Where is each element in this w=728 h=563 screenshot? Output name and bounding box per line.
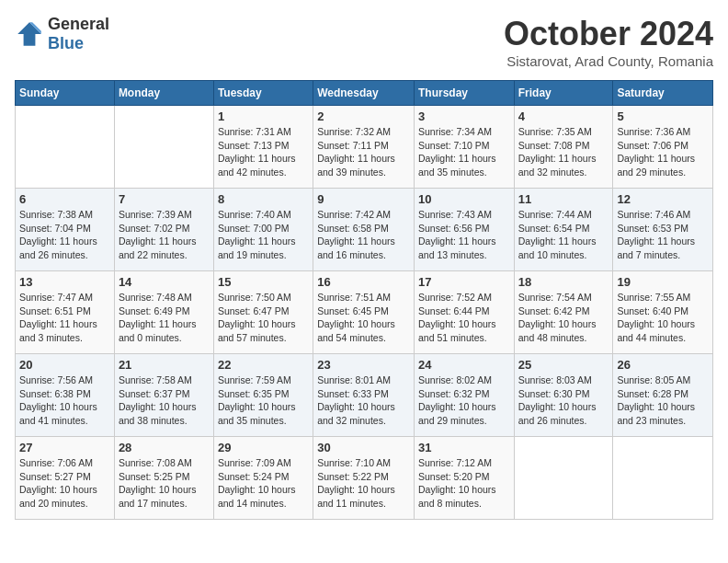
- weekday-header-wednesday: Wednesday: [313, 81, 415, 106]
- day-number: 24: [418, 358, 510, 372]
- day-number: 29: [218, 441, 309, 454]
- day-number: 18: [518, 275, 609, 289]
- day-number: 27: [19, 441, 110, 454]
- day-number: 6: [19, 192, 110, 206]
- calendar-cell: 9Sunrise: 7:42 AM Sunset: 6:58 PM Daylig…: [313, 189, 415, 271]
- calendar-cell: 22Sunrise: 7:59 AM Sunset: 6:35 PM Dayli…: [213, 354, 313, 437]
- day-number: 23: [317, 358, 410, 372]
- calendar-header: SundayMondayTuesdayWednesdayThursdayFrid…: [16, 81, 713, 106]
- day-number: 22: [218, 358, 309, 372]
- calendar-body: 1Sunrise: 7:31 AM Sunset: 7:13 PM Daylig…: [16, 106, 713, 520]
- weekday-header-tuesday: Tuesday: [213, 81, 313, 106]
- day-info: Sunrise: 7:40 AM Sunset: 7:00 PM Dayligh…: [218, 208, 309, 262]
- day-info: Sunrise: 7:44 AM Sunset: 6:54 PM Dayligh…: [518, 208, 609, 262]
- day-number: 9: [317, 192, 410, 206]
- day-number: 31: [418, 441, 510, 454]
- day-info: Sunrise: 7:31 AM Sunset: 7:13 PM Dayligh…: [218, 125, 309, 179]
- day-info: Sunrise: 7:39 AM Sunset: 7:02 PM Dayligh…: [119, 208, 210, 262]
- day-info: Sunrise: 7:42 AM Sunset: 6:58 PM Dayligh…: [317, 208, 410, 262]
- day-info: Sunrise: 7:47 AM Sunset: 6:51 PM Dayligh…: [19, 291, 110, 345]
- calendar-cell: 5Sunrise: 7:36 AM Sunset: 7:06 PM Daylig…: [613, 106, 713, 189]
- calendar-cell: 2Sunrise: 7:32 AM Sunset: 7:11 PM Daylig…: [313, 106, 415, 189]
- day-number: 26: [617, 358, 709, 372]
- calendar-cell: 12Sunrise: 7:46 AM Sunset: 6:53 PM Dayli…: [613, 189, 713, 271]
- day-number: 14: [119, 275, 210, 289]
- day-info: Sunrise: 7:50 AM Sunset: 6:47 PM Dayligh…: [218, 291, 309, 345]
- day-number: 11: [518, 192, 609, 206]
- calendar-week-row: 13Sunrise: 7:47 AM Sunset: 6:51 PM Dayli…: [16, 271, 713, 354]
- calendar-cell: [613, 437, 713, 520]
- day-info: Sunrise: 7:09 AM Sunset: 5:24 PM Dayligh…: [218, 456, 309, 511]
- weekday-header-thursday: Thursday: [414, 81, 514, 106]
- calendar-cell: 29Sunrise: 7:09 AM Sunset: 5:24 PM Dayli…: [213, 437, 313, 520]
- day-info: Sunrise: 7:10 AM Sunset: 5:22 PM Dayligh…: [317, 456, 410, 511]
- day-number: 2: [317, 109, 410, 123]
- day-number: 15: [218, 275, 309, 289]
- calendar-cell: 30Sunrise: 7:10 AM Sunset: 5:22 PM Dayli…: [313, 437, 415, 520]
- logo-blue-text: Blue: [48, 34, 109, 53]
- title-block: October 2024 Sistarovat, Arad County, Ro…: [504, 15, 713, 69]
- calendar-cell: 16Sunrise: 7:51 AM Sunset: 6:45 PM Dayli…: [313, 271, 415, 354]
- day-info: Sunrise: 7:38 AM Sunset: 7:04 PM Dayligh…: [19, 208, 110, 262]
- weekday-header-monday: Monday: [114, 81, 213, 106]
- day-info: Sunrise: 8:01 AM Sunset: 6:33 PM Dayligh…: [317, 373, 410, 428]
- day-info: Sunrise: 8:02 AM Sunset: 6:32 PM Dayligh…: [418, 373, 510, 428]
- day-info: Sunrise: 7:43 AM Sunset: 6:56 PM Dayligh…: [418, 208, 510, 262]
- calendar-cell: 3Sunrise: 7:34 AM Sunset: 7:10 PM Daylig…: [414, 106, 514, 189]
- calendar-cell: 1Sunrise: 7:31 AM Sunset: 7:13 PM Daylig…: [213, 106, 313, 189]
- calendar-cell: 15Sunrise: 7:50 AM Sunset: 6:47 PM Dayli…: [213, 271, 313, 354]
- month-title: October 2024: [504, 15, 713, 53]
- calendar-cell: 27Sunrise: 7:06 AM Sunset: 5:27 PM Dayli…: [16, 437, 115, 520]
- day-info: Sunrise: 7:35 AM Sunset: 7:08 PM Dayligh…: [518, 125, 609, 179]
- calendar-cell: 7Sunrise: 7:39 AM Sunset: 7:02 PM Daylig…: [114, 189, 213, 271]
- day-number: 20: [19, 358, 110, 372]
- logo-text: General Blue: [48, 15, 109, 53]
- calendar-cell: 6Sunrise: 7:38 AM Sunset: 7:04 PM Daylig…: [16, 189, 115, 271]
- location-text: Sistarovat, Arad County, Romania: [504, 53, 713, 69]
- day-info: Sunrise: 7:56 AM Sunset: 6:38 PM Dayligh…: [19, 373, 110, 428]
- calendar-week-row: 6Sunrise: 7:38 AM Sunset: 7:04 PM Daylig…: [16, 189, 713, 271]
- day-number: 3: [418, 109, 510, 123]
- day-number: 19: [617, 275, 709, 289]
- svg-marker-0: [17, 22, 41, 46]
- day-info: Sunrise: 8:05 AM Sunset: 6:28 PM Dayligh…: [617, 373, 709, 428]
- weekday-header-saturday: Saturday: [613, 81, 713, 106]
- day-number: 7: [119, 192, 210, 206]
- calendar-cell: [514, 437, 613, 520]
- day-number: 1: [218, 109, 309, 123]
- day-info: Sunrise: 7:55 AM Sunset: 6:40 PM Dayligh…: [617, 291, 709, 345]
- calendar-table: SundayMondayTuesdayWednesdayThursdayFrid…: [15, 80, 713, 520]
- calendar-cell: 20Sunrise: 7:56 AM Sunset: 6:38 PM Dayli…: [16, 354, 115, 437]
- calendar-week-row: 20Sunrise: 7:56 AM Sunset: 6:38 PM Dayli…: [16, 354, 713, 437]
- day-info: Sunrise: 8:03 AM Sunset: 6:30 PM Dayligh…: [518, 373, 609, 428]
- calendar-cell: 8Sunrise: 7:40 AM Sunset: 7:00 PM Daylig…: [213, 189, 313, 271]
- calendar-cell: [16, 106, 115, 189]
- day-info: Sunrise: 7:54 AM Sunset: 6:42 PM Dayligh…: [518, 291, 609, 345]
- calendar-cell: 28Sunrise: 7:08 AM Sunset: 5:25 PM Dayli…: [114, 437, 213, 520]
- calendar-cell: 26Sunrise: 8:05 AM Sunset: 6:28 PM Dayli…: [613, 354, 713, 437]
- page-header: General Blue October 2024 Sistarovat, Ar…: [15, 15, 713, 69]
- calendar-cell: 21Sunrise: 7:58 AM Sunset: 6:37 PM Dayli…: [114, 354, 213, 437]
- logo-general-text: General: [48, 15, 109, 34]
- weekday-header-row: SundayMondayTuesdayWednesdayThursdayFrid…: [16, 81, 713, 106]
- calendar-cell: 24Sunrise: 8:02 AM Sunset: 6:32 PM Dayli…: [414, 354, 514, 437]
- day-number: 5: [617, 109, 709, 123]
- day-info: Sunrise: 7:34 AM Sunset: 7:10 PM Dayligh…: [418, 125, 510, 179]
- day-info: Sunrise: 7:51 AM Sunset: 6:45 PM Dayligh…: [317, 291, 410, 345]
- day-info: Sunrise: 7:58 AM Sunset: 6:37 PM Dayligh…: [119, 373, 210, 428]
- day-info: Sunrise: 7:48 AM Sunset: 6:49 PM Dayligh…: [119, 291, 210, 345]
- day-info: Sunrise: 7:08 AM Sunset: 5:25 PM Dayligh…: [119, 456, 210, 511]
- calendar-week-row: 1Sunrise: 7:31 AM Sunset: 7:13 PM Daylig…: [16, 106, 713, 189]
- day-number: 4: [518, 109, 609, 123]
- day-number: 10: [418, 192, 510, 206]
- calendar-cell: 13Sunrise: 7:47 AM Sunset: 6:51 PM Dayli…: [16, 271, 115, 354]
- logo-icon: [15, 19, 44, 49]
- day-number: 12: [617, 192, 709, 206]
- logo: General Blue: [15, 15, 109, 53]
- calendar-cell: 31Sunrise: 7:12 AM Sunset: 5:20 PM Dayli…: [414, 437, 514, 520]
- calendar-cell: 4Sunrise: 7:35 AM Sunset: 7:08 PM Daylig…: [514, 106, 613, 189]
- calendar-cell: 17Sunrise: 7:52 AM Sunset: 6:44 PM Dayli…: [414, 271, 514, 354]
- calendar-cell: [114, 106, 213, 189]
- calendar-cell: 25Sunrise: 8:03 AM Sunset: 6:30 PM Dayli…: [514, 354, 613, 437]
- day-number: 25: [518, 358, 609, 372]
